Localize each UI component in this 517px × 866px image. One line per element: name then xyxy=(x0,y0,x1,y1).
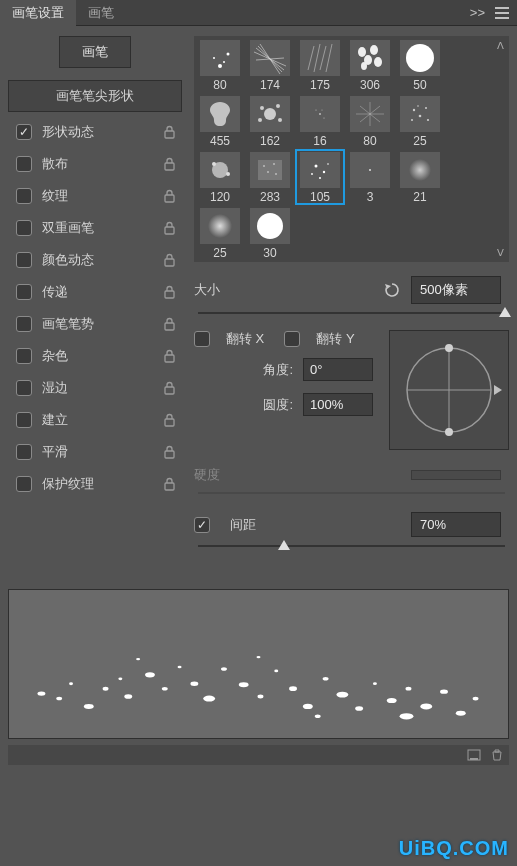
lock-icon[interactable] xyxy=(163,349,176,363)
lock-icon[interactable] xyxy=(163,157,176,171)
brush-thumb-80[interactable]: 80 xyxy=(196,38,244,92)
svg-point-95 xyxy=(406,687,412,691)
panel-menu-icon[interactable] xyxy=(495,7,509,19)
option-checkbox-11[interactable] xyxy=(16,476,32,492)
brush-thumb-80[interactable]: 80 xyxy=(346,94,394,148)
size-slider-thumb[interactable] xyxy=(499,307,511,317)
new-preset-icon[interactable] xyxy=(467,749,481,761)
option-checkbox-4[interactable] xyxy=(16,252,32,268)
brush-thumb-175[interactable]: 175 xyxy=(296,38,344,92)
lock-icon[interactable] xyxy=(163,477,176,491)
option-checkbox-10[interactable] xyxy=(16,444,32,460)
svg-point-33 xyxy=(276,104,280,108)
brush-thumb-3[interactable]: 3 xyxy=(346,150,394,204)
svg-rect-2 xyxy=(165,195,174,202)
option-checkbox-2[interactable] xyxy=(16,188,32,204)
svg-point-99 xyxy=(473,697,479,701)
panel-tabs: 画笔设置 画笔 >> xyxy=(0,0,517,26)
option-checkbox-7[interactable] xyxy=(16,348,32,364)
option-label-3: 双重画笔 xyxy=(42,219,163,237)
size-slider[interactable] xyxy=(198,312,505,314)
panel-footer xyxy=(8,745,509,765)
svg-point-54 xyxy=(263,165,265,167)
lock-icon[interactable] xyxy=(163,413,176,427)
option-checkbox-0[interactable] xyxy=(16,124,32,140)
scroll-up-icon[interactable]: ᐱ xyxy=(497,40,504,51)
flip-y-checkbox[interactable] xyxy=(284,331,300,347)
trash-icon[interactable] xyxy=(491,749,503,761)
lock-icon[interactable] xyxy=(163,189,176,203)
svg-point-14 xyxy=(213,57,215,59)
brush-thumb-306[interactable]: 306 xyxy=(346,38,394,92)
hardness-input xyxy=(411,470,501,480)
brush-tip-shape[interactable]: 画笔笔尖形状 xyxy=(8,80,182,112)
option-checkbox-1[interactable] xyxy=(16,156,32,172)
svg-point-51 xyxy=(212,162,216,166)
svg-point-62 xyxy=(311,173,313,175)
lock-icon[interactable] xyxy=(163,445,176,459)
brush-thumb-30[interactable]: 30 xyxy=(246,206,294,260)
svg-point-29 xyxy=(361,62,367,70)
roundness-input[interactable]: 100% xyxy=(303,393,373,416)
brush-thumb-25[interactable]: 25 xyxy=(396,94,444,148)
brush-thumb-162[interactable]: 162 xyxy=(246,94,294,148)
flip-x-checkbox[interactable] xyxy=(194,331,210,347)
svg-point-102 xyxy=(315,715,321,719)
option-label-6: 画笔笔势 xyxy=(42,315,163,333)
svg-point-80 xyxy=(162,687,168,691)
scroll-down-icon[interactable]: ᐯ xyxy=(497,247,504,258)
size-label: 大小 xyxy=(194,281,220,299)
svg-rect-1 xyxy=(165,163,174,170)
spacing-input[interactable]: 70% xyxy=(411,512,501,537)
lock-icon[interactable] xyxy=(163,125,176,139)
size-input[interactable]: 500像素 xyxy=(411,276,501,304)
angle-input[interactable]: 0° xyxy=(303,358,373,381)
brush-thumb-174[interactable]: 174 xyxy=(246,38,294,92)
brush-thumb-21[interactable]: 21 xyxy=(396,150,444,204)
svg-line-24 xyxy=(326,44,332,72)
hardness-label: 硬度 xyxy=(194,466,220,484)
svg-point-70 xyxy=(445,344,453,352)
flip-y-label: 翻转 Y xyxy=(316,330,354,348)
tab-brush-settings[interactable]: 画笔设置 xyxy=(0,0,76,27)
brush-thumb-105[interactable]: 105 xyxy=(296,150,344,204)
lock-icon[interactable] xyxy=(163,221,176,235)
svg-point-31 xyxy=(264,108,276,120)
brush-thumb-25[interactable]: 25 xyxy=(196,206,244,260)
tab-brush[interactable]: 画笔 xyxy=(76,0,126,27)
svg-point-35 xyxy=(278,118,282,122)
spacing-slider-thumb[interactable] xyxy=(278,540,290,550)
svg-point-36 xyxy=(319,113,321,115)
svg-line-22 xyxy=(314,44,320,72)
spacing-slider[interactable] xyxy=(198,545,505,547)
reset-size-icon[interactable] xyxy=(383,282,401,298)
option-checkbox-8[interactable] xyxy=(16,380,32,396)
svg-point-94 xyxy=(387,698,397,703)
lock-icon[interactable] xyxy=(163,253,176,267)
lock-icon[interactable] xyxy=(163,317,176,331)
thumbs-scrollbar[interactable]: ᐱ ᐯ xyxy=(491,36,509,262)
option-checkbox-6[interactable] xyxy=(16,316,32,332)
collapse-button[interactable]: >> xyxy=(470,5,485,20)
brush-button[interactable]: 画笔 xyxy=(59,36,131,68)
option-checkbox-3[interactable] xyxy=(16,220,32,236)
brush-thumb-120[interactable]: 120 xyxy=(196,150,244,204)
option-checkbox-9[interactable] xyxy=(16,412,32,428)
brush-thumb-455[interactable]: 455 xyxy=(196,94,244,148)
svg-rect-8 xyxy=(165,387,174,394)
angle-dial[interactable] xyxy=(389,330,509,450)
svg-point-15 xyxy=(223,61,225,63)
lock-icon[interactable] xyxy=(163,285,176,299)
option-checkbox-5[interactable] xyxy=(16,284,32,300)
svg-rect-11 xyxy=(165,483,174,490)
brush-thumb-16[interactable]: 16 xyxy=(296,94,344,148)
watermark: UiBQ.COM xyxy=(399,837,509,860)
svg-point-101 xyxy=(257,656,261,658)
svg-point-30 xyxy=(406,44,434,72)
brush-thumb-283[interactable]: 283 xyxy=(246,150,294,204)
spacing-checkbox[interactable] xyxy=(194,517,210,533)
brush-thumb-50[interactable]: 50 xyxy=(396,38,444,92)
svg-point-103 xyxy=(400,713,414,719)
lock-icon[interactable] xyxy=(163,381,176,395)
svg-point-44 xyxy=(413,109,415,111)
